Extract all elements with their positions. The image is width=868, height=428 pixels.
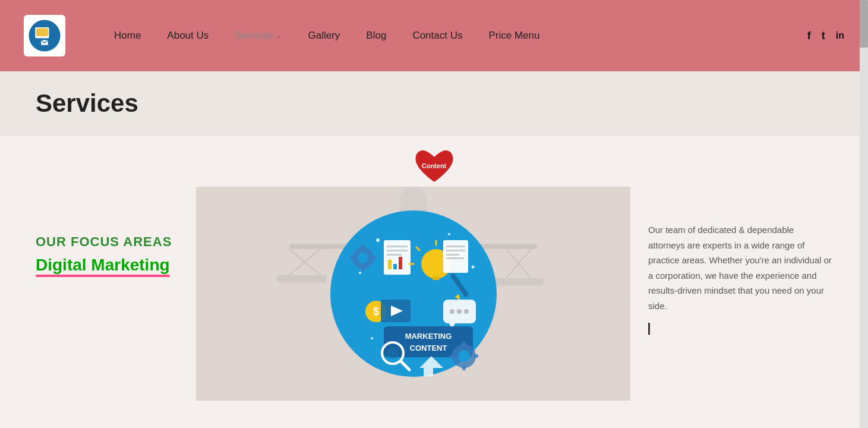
svg-rect-36: [388, 260, 392, 269]
svg-rect-46: [443, 240, 468, 273]
main-section: OUR FOCUS AREAS Digital Marketing: [0, 187, 868, 401]
scrollbar[interactable]: [860, 0, 868, 428]
svg-point-19: [448, 233, 450, 235]
right-description: Our team of dedicated & dependable attor…: [648, 222, 832, 313]
site-header: Home About Us Services ⌄ Gallery Blog Co…: [0, 0, 868, 71]
svg-point-64: [387, 347, 399, 359]
right-panel: Our team of dedicated & dependable attor…: [630, 187, 868, 401]
text-cursor: [648, 323, 650, 335]
svg-rect-68: [462, 342, 466, 347]
nav-about-us[interactable]: About Us: [154, 30, 222, 42]
nav-blog[interactable]: Blog: [353, 30, 399, 42]
svg-rect-50: [446, 257, 464, 259]
nav-services[interactable]: Services ⌄: [222, 30, 295, 42]
heart-badge-container: Content: [0, 136, 868, 187]
svg-rect-34: [387, 250, 408, 251]
svg-point-18: [376, 238, 380, 242]
nav-home[interactable]: Home: [101, 30, 154, 42]
twitter-icon[interactable]: t: [822, 30, 825, 42]
focus-subtitle: Digital Marketing: [36, 256, 170, 275]
svg-point-22: [371, 337, 373, 339]
heart-label: Content: [422, 162, 447, 169]
svg-rect-70: [474, 354, 478, 358]
page-title-section: Services: [0, 71, 868, 136]
svg-text:$: $: [373, 306, 378, 317]
svg-text:MARKETING: MARKETING: [405, 332, 452, 341]
svg-point-57: [450, 309, 454, 314]
svg-rect-37: [393, 264, 397, 269]
svg-rect-28: [371, 256, 376, 260]
chevron-down-icon: ⌄: [276, 32, 282, 40]
marketing-circle: $: [327, 207, 500, 380]
center-image: $: [196, 187, 630, 401]
svg-rect-3: [36, 29, 48, 36]
svg-rect-33: [387, 246, 408, 247]
svg-rect-40: [433, 276, 440, 280]
svg-rect-32: [384, 240, 411, 275]
logo[interactable]: [24, 15, 65, 56]
svg-point-67: [458, 350, 470, 362]
content-area: Content OUR FOCUS AREAS Digital Marketin…: [0, 136, 868, 428]
svg-point-21: [359, 272, 361, 274]
facebook-icon[interactable]: f: [807, 30, 811, 42]
svg-rect-71: [450, 354, 454, 358]
scrollbar-thumb[interactable]: [860, 0, 868, 48]
svg-rect-48: [446, 250, 465, 251]
svg-point-25: [358, 253, 368, 263]
svg-rect-14: [494, 278, 544, 286]
nav-price-menu[interactable]: Price Menu: [475, 30, 553, 42]
social-links: f t in: [807, 30, 844, 42]
svg-rect-29: [350, 256, 355, 260]
heart-badge: Content: [414, 148, 455, 187]
svg-rect-69: [462, 366, 466, 370]
page-title: Services: [36, 89, 832, 118]
linkedin-icon[interactable]: in: [836, 30, 844, 41]
focus-areas-title: OUR FOCUS AREAS: [36, 234, 172, 250]
svg-rect-35: [387, 254, 402, 256]
svg-rect-27: [361, 266, 365, 271]
nav-contact-us[interactable]: Contact Us: [399, 30, 475, 42]
svg-point-59: [464, 309, 469, 314]
nav-gallery[interactable]: Gallery: [295, 30, 353, 42]
svg-point-20: [471, 266, 474, 269]
svg-point-58: [457, 309, 462, 314]
left-panel: OUR FOCUS AREAS Digital Marketing: [0, 187, 196, 401]
svg-rect-49: [446, 254, 459, 256]
svg-rect-11: [277, 275, 327, 283]
svg-rect-47: [446, 246, 465, 247]
main-nav: Home About Us Services ⌄ Gallery Blog Co…: [101, 30, 807, 42]
svg-rect-26: [361, 245, 365, 250]
svg-rect-73: [424, 368, 433, 376]
svg-text:CONTENT: CONTENT: [409, 344, 447, 353]
svg-rect-38: [399, 257, 402, 269]
